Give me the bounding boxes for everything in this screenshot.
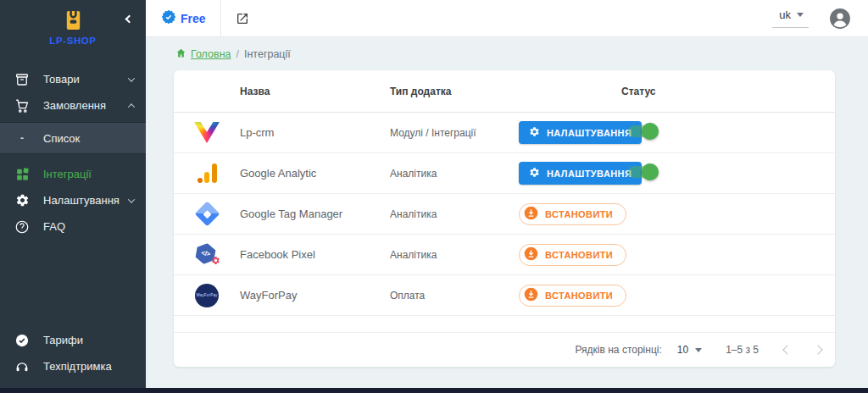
rows-per-page-value: 10 bbox=[677, 344, 688, 356]
sidebar-item-settings[interactable]: Налаштування bbox=[0, 187, 146, 213]
configure-button-label: НАЛАШТУВАННЯ bbox=[547, 128, 632, 138]
sidebar-item-integrations[interactable]: Інтеграції bbox=[0, 161, 146, 187]
cart-icon bbox=[14, 98, 31, 113]
external-link-icon[interactable] bbox=[236, 12, 249, 25]
action-cell: НАЛАШТУВАННЯ bbox=[519, 121, 621, 144]
install-button[interactable]: ВСТАНОВИТИ bbox=[519, 285, 626, 307]
gear-icon bbox=[529, 126, 540, 139]
app-name: Lp-crm bbox=[240, 126, 390, 139]
breadcrumb: Головна / Інтеграції bbox=[175, 47, 835, 61]
logo-block: LP-SHOP bbox=[0, 0, 146, 49]
rows-per-page-select[interactable]: 10 bbox=[677, 344, 702, 356]
table-row: Google Tag Manager Аналітика ВСТАНОВИТИ bbox=[174, 194, 835, 235]
table-row: </> Facebook Pixel Аналітика bbox=[174, 235, 835, 275]
sidebar-item-faq[interactable]: FAQ bbox=[0, 213, 146, 240]
chevron-down-icon bbox=[128, 75, 135, 81]
wayforpay-logo-icon: WayForPay bbox=[174, 284, 240, 307]
main-area: Free uk bbox=[146, 0, 868, 393]
toolbar-divider bbox=[220, 0, 221, 36]
top-toolbar: Free uk bbox=[146, 0, 868, 37]
sidebar-item-label: Товари bbox=[43, 73, 80, 86]
language-value: uk bbox=[779, 8, 791, 21]
download-icon bbox=[524, 206, 538, 222]
avatar[interactable] bbox=[829, 8, 851, 30]
sidebar-item-list[interactable]: - Список bbox=[0, 122, 146, 154]
install-button-label: ВСТАНОВИТИ bbox=[545, 250, 613, 260]
table-row: WayForPay WayForPay Оплата ВСТАНОВИТИ bbox=[174, 275, 835, 316]
home-icon bbox=[175, 47, 186, 61]
column-header-name: Назва bbox=[240, 86, 390, 97]
badge-check-icon bbox=[14, 333, 31, 348]
action-cell: ВСТАНОВИТИ bbox=[519, 285, 621, 307]
action-cell: ВСТАНОВИТИ bbox=[519, 244, 621, 266]
app-type: Оплата bbox=[390, 290, 519, 302]
download-icon bbox=[524, 246, 538, 263]
previous-page-button[interactable] bbox=[782, 345, 792, 354]
sidebar-item-label: Замовлення bbox=[43, 99, 106, 112]
app-type: Аналітика bbox=[390, 208, 519, 220]
sidebar-item-label: Інтеграції bbox=[43, 168, 92, 180]
breadcrumb-home-link[interactable]: Головна bbox=[175, 47, 231, 61]
sidebar-collapse-button[interactable] bbox=[126, 15, 135, 24]
dash-bullet-icon: - bbox=[14, 132, 31, 144]
app-name: Google Tag Manager bbox=[240, 208, 390, 220]
caret-down-icon bbox=[695, 348, 702, 352]
sidebar-item-label: Техпідтримка bbox=[43, 360, 112, 373]
chevron-down-icon bbox=[128, 196, 135, 202]
status-toggle-on[interactable] bbox=[628, 163, 659, 180]
toolbar-right: uk bbox=[772, 8, 851, 30]
shop-bag-logo-icon bbox=[63, 19, 84, 34]
caret-down-icon bbox=[797, 13, 804, 17]
red-gear-icon bbox=[211, 253, 220, 268]
table-row: Google Analytic Аналітика НАЛАШТУВАННЯ bbox=[174, 153, 835, 194]
app-name: WayForPay bbox=[240, 289, 390, 302]
install-button[interactable]: ВСТАНОВИТИ bbox=[519, 244, 626, 266]
gear-icon bbox=[529, 167, 540, 180]
headset-icon bbox=[14, 359, 31, 374]
sidebar-item-products[interactable]: Товари bbox=[0, 66, 146, 92]
facebook-pixel-logo-icon: </> bbox=[174, 243, 240, 267]
install-button-label: ВСТАНОВИТИ bbox=[545, 291, 613, 301]
plan-badge[interactable]: Free bbox=[161, 9, 206, 27]
sidebar: LP-SHOP Товари bbox=[0, 0, 146, 393]
sidebar-item-label: FAQ bbox=[43, 220, 65, 233]
sidebar-menu: Товари Замовлення - Список bbox=[0, 66, 146, 240]
content-area: Головна / Інтеграції Назва Тип додатка С… bbox=[146, 37, 868, 393]
status-toggle-on[interactable] bbox=[628, 123, 659, 140]
lpcrm-logo-icon bbox=[174, 122, 240, 143]
sidebar-item-label: Список bbox=[43, 132, 80, 145]
app-type: Модулі / Інтеграції bbox=[390, 127, 519, 139]
sidebar-item-tariffs[interactable]: Тарифи bbox=[0, 327, 146, 353]
install-button-label: ВСТАНОВИТИ bbox=[545, 209, 613, 219]
breadcrumb-separator: / bbox=[236, 48, 239, 60]
pagination-range: 1–5 з 5 bbox=[726, 344, 759, 356]
action-cell: НАЛАШТУВАННЯ bbox=[519, 162, 621, 185]
app-name: Google Analytic bbox=[240, 167, 390, 180]
table-header-row: Назва Тип додатка Статус bbox=[174, 70, 835, 113]
box-icon bbox=[14, 72, 31, 87]
sidebar-item-label: Налаштування bbox=[43, 194, 120, 207]
app-type: Аналітика bbox=[390, 249, 519, 261]
action-cell: ВСТАНОВИТИ bbox=[519, 203, 621, 225]
download-icon bbox=[524, 287, 538, 303]
verified-badge-icon bbox=[161, 9, 176, 27]
table-row: Lp-crm Модулі / Інтеграції НАЛАШТУВАННЯ bbox=[174, 113, 835, 153]
sidebar-item-orders[interactable]: Замовлення bbox=[0, 92, 146, 119]
chevron-left-icon bbox=[125, 15, 134, 24]
breadcrumb-current: Інтеграції bbox=[244, 48, 291, 60]
chevron-up-icon bbox=[128, 103, 135, 110]
breadcrumb-home-label: Головна bbox=[191, 48, 231, 60]
status-cell bbox=[621, 123, 835, 143]
plan-badge-label: Free bbox=[181, 12, 206, 25]
sidebar-item-support[interactable]: Техпідтримка bbox=[0, 353, 146, 379]
pagination-nav bbox=[784, 346, 821, 353]
widgets-icon bbox=[14, 167, 31, 181]
install-button[interactable]: ВСТАНОВИТИ bbox=[519, 203, 626, 225]
next-page-button[interactable] bbox=[813, 345, 822, 354]
gear-icon bbox=[14, 193, 31, 208]
column-header-type: Тип додатка bbox=[390, 86, 519, 97]
status-cell bbox=[621, 163, 835, 184]
app-root: LP-SHOP Товари bbox=[0, 0, 868, 393]
configure-button-label: НАЛАШТУВАННЯ bbox=[547, 169, 632, 179]
language-select[interactable]: uk bbox=[772, 8, 809, 28]
